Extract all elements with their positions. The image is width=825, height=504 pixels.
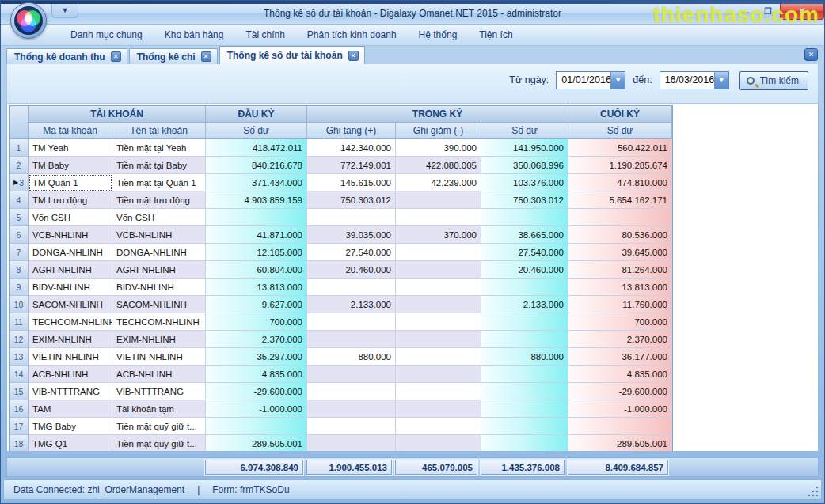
cell-ghi-giam[interactable] <box>396 435 481 452</box>
cell-ten-tai-khoan[interactable]: ACB-NHLINH <box>112 366 206 383</box>
cell-so-du-cuoi-ky[interactable]: 2.370.000 <box>568 331 672 348</box>
cell-ma-tai-khoan[interactable]: EXIM-NHLINH <box>29 331 112 348</box>
row-number-cell[interactable]: 15 <box>10 383 29 400</box>
cell-so-du-trong-ky[interactable]: 20.460.000 <box>481 261 568 279</box>
cell-ten-tai-khoan[interactable]: Tiền mặt tại Yeah <box>112 139 206 157</box>
cell-so-du-cuoi-ky[interactable]: -1.000.000 <box>568 400 672 418</box>
cell-ghi-tang[interactable] <box>307 313 396 331</box>
cell-so-du-trong-ky[interactable]: 2.133.000 <box>481 296 568 313</box>
cell-ghi-giam[interactable]: 422.080.005 <box>396 157 481 174</box>
menu-item-kho-ban-hang[interactable]: Kho bán hàng <box>154 25 235 44</box>
cell-ten-tai-khoan[interactable]: Vốn CSH <box>112 209 206 226</box>
cell-ma-tai-khoan[interactable]: BIDV-NHLINH <box>29 279 112 296</box>
cell-so-du-dau-ky[interactable]: 60.804.000 <box>206 261 307 279</box>
row-number-cell[interactable]: 6 <box>10 226 29 244</box>
cell-so-du-trong-ky[interactable] <box>481 331 568 348</box>
tab-close-icon[interactable]: ✕ <box>348 51 359 61</box>
cell-so-du-cuoi-ky[interactable]: 13.813.000 <box>568 279 672 296</box>
cell-so-du-dau-ky[interactable]: 418.472.011 <box>206 139 307 157</box>
cell-so-du-trong-ky[interactable]: 350.068.996 <box>481 157 568 174</box>
cell-ghi-tang[interactable] <box>307 331 396 348</box>
cell-so-du-trong-ky[interactable]: 141.950.000 <box>481 139 568 157</box>
header-ghi-tang[interactable]: Ghi tăng (+) <box>307 123 396 139</box>
tab-thong-ke-chi[interactable]: Thống kê chi✕ <box>129 48 218 64</box>
cell-so-du-trong-ky[interactable]: 38.665.000 <box>481 226 568 244</box>
cell-ten-tai-khoan[interactable]: Tiền mặt quỹ giữ t... <box>112 418 206 435</box>
cell-ma-tai-khoan[interactable]: VIETIN-NHLINH <box>29 348 112 366</box>
cell-so-du-trong-ky[interactable] <box>481 313 568 331</box>
cell-so-du-dau-ky[interactable]: -29.600.000 <box>206 383 307 400</box>
cell-ghi-giam[interactable] <box>396 209 481 226</box>
cell-ma-tai-khoan[interactable]: TMG Baby <box>29 418 112 435</box>
cell-ghi-giam[interactable] <box>396 383 481 400</box>
header-dau-ky[interactable]: ĐẦU KỲ <box>206 106 307 123</box>
cell-ghi-tang[interactable]: 142.340.000 <box>307 139 396 157</box>
menu-item-tien-ich[interactable]: Tiện ích <box>468 25 523 44</box>
cell-ghi-giam[interactable] <box>396 400 481 418</box>
cell-so-du-trong-ky[interactable]: 750.303.012 <box>481 191 568 209</box>
cell-so-du-dau-ky[interactable]: 840.216.678 <box>206 157 307 174</box>
cell-so-du-dau-ky[interactable]: 2.370.000 <box>206 331 307 348</box>
header-cuoi-ky[interactable]: CUỐI KỲ <box>568 106 672 123</box>
from-date-picker[interactable]: 01/01/2016 ▼ <box>556 71 625 89</box>
cell-ten-tai-khoan[interactable]: DONGA-NHLINH <box>112 244 206 261</box>
cell-so-du-cuoi-ky[interactable] <box>568 209 672 226</box>
cell-so-du-cuoi-ky[interactable]: 560.422.011 <box>568 139 672 157</box>
cell-so-du-dau-ky[interactable]: 12.105.000 <box>206 244 307 261</box>
quick-access-dropdown-icon[interactable]: ▼ <box>51 4 78 18</box>
row-number-cell[interactable]: 16 <box>10 400 29 418</box>
cell-ghi-giam[interactable] <box>396 296 481 313</box>
cell-ten-tai-khoan[interactable]: Tiền mặt lưu động <box>112 191 206 209</box>
cell-ten-tai-khoan[interactable]: EXIM-NHLINH <box>112 331 206 348</box>
cell-so-du-cuoi-ky[interactable]: -29.600.000 <box>568 383 672 400</box>
cell-so-du-trong-ky[interactable] <box>481 209 568 226</box>
cell-ghi-giam[interactable] <box>396 366 481 383</box>
row-number-cell[interactable]: 4 <box>10 191 29 209</box>
cell-ghi-giam[interactable]: 42.239.000 <box>396 174 481 191</box>
menu-item-tai-chinh[interactable]: Tài chính <box>234 25 295 44</box>
cell-ghi-tang[interactable] <box>307 366 396 383</box>
cell-ma-tai-khoan[interactable]: TM Yeah <box>29 139 112 157</box>
tab-close-icon[interactable]: ✕ <box>201 51 211 62</box>
from-date-dropdown-icon[interactable]: ▼ <box>610 72 625 89</box>
cell-so-du-cuoi-ky[interactable]: 700.000 <box>568 313 672 331</box>
cell-ghi-giam[interactable] <box>396 279 481 296</box>
to-date-picker[interactable]: 16/03/2016 ▼ <box>660 71 729 89</box>
cell-so-du-cuoi-ky[interactable]: 11.760.000 <box>568 296 672 313</box>
cell-ma-tai-khoan[interactable]: DONGA-NHLINH <box>29 244 112 261</box>
cell-so-du-cuoi-ky[interactable]: 81.264.000 <box>568 261 672 279</box>
cell-so-du-cuoi-ky[interactable]: 5.654.162.171 <box>568 191 672 209</box>
cell-ghi-tang[interactable] <box>307 418 396 435</box>
from-date-value[interactable]: 01/01/2016 <box>557 72 610 89</box>
cell-so-du-trong-ky[interactable] <box>481 435 568 452</box>
row-number-cell[interactable]: 9 <box>10 279 29 296</box>
table-corner-cell[interactable] <box>10 106 29 139</box>
menu-item-phan-tich-kinh-doanh[interactable]: Phân tích kinh doanh <box>296 25 408 44</box>
cell-ghi-tang[interactable] <box>307 400 396 418</box>
row-number-cell[interactable]: 17 <box>10 418 29 435</box>
row-number-cell[interactable]: 10 <box>10 296 29 313</box>
cell-ghi-tang[interactable]: 39.035.000 <box>307 226 396 244</box>
cell-so-du-cuoi-ky[interactable]: 39.645.000 <box>568 244 672 261</box>
search-button[interactable]: Tìm kiếm <box>739 71 808 90</box>
cell-so-du-trong-ky[interactable]: 103.376.000 <box>481 174 568 191</box>
cell-ghi-tang[interactable]: 750.303.012 <box>307 191 396 209</box>
close-button[interactable]: ✕ <box>780 4 824 20</box>
header-so-du-cuoi-ky[interactable]: Số dư <box>568 123 672 139</box>
maximize-button[interactable]: ❐ <box>756 4 780 20</box>
row-number-cell[interactable]: 14 <box>10 366 29 383</box>
to-date-value[interactable]: 16/03/2016 <box>660 72 714 89</box>
cell-ghi-giam[interactable] <box>396 313 481 331</box>
header-so-du-trong-ky[interactable]: Số dư <box>481 123 568 139</box>
cell-so-du-trong-ky[interactable] <box>481 366 568 383</box>
cell-ghi-giam[interactable] <box>396 348 481 366</box>
row-number-cell[interactable]: 11 <box>10 313 29 331</box>
cell-ghi-giam[interactable] <box>396 244 481 261</box>
header-ten-tai-khoan[interactable]: Tên tài khoản <box>112 123 206 139</box>
cell-ma-tai-khoan[interactable]: ACB-NHLINH <box>29 366 112 383</box>
cell-ten-tai-khoan[interactable]: SACOM-NHLINH <box>112 296 206 313</box>
row-number-cell[interactable]: 18 <box>10 435 29 452</box>
cell-ghi-tang[interactable] <box>307 279 396 296</box>
cell-ma-tai-khoan[interactable]: TAM <box>29 400 112 418</box>
cell-ghi-tang[interactable]: 145.615.000 <box>307 174 396 191</box>
